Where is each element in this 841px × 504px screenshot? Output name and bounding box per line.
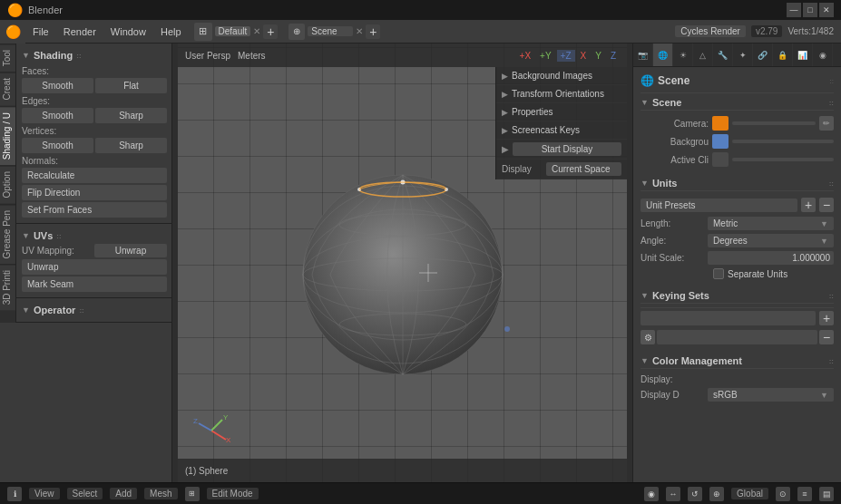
uv-mapping-dropdown[interactable]: Unwrap xyxy=(94,244,167,257)
unit-preset-remove-button[interactable]: − xyxy=(819,198,834,212)
viewport[interactable]: User Persp Meters +X +Y +Z X Y Z xyxy=(178,44,627,482)
right-tab-particles[interactable]: ✦ xyxy=(733,44,753,67)
camera-value[interactable] xyxy=(732,121,816,125)
status-sphere-icon[interactable]: ◉ xyxy=(644,487,659,501)
uvs-header[interactable]: ▼ UVs :: xyxy=(22,228,167,244)
side-tab-3d-print[interactable]: 3D Printi xyxy=(0,264,15,310)
operator-header[interactable]: ▼ Operator :: xyxy=(22,302,167,318)
background-icon-button[interactable] xyxy=(712,134,729,149)
vertices-smooth-button[interactable]: Smooth xyxy=(22,138,93,153)
side-tab-option[interactable]: Option xyxy=(0,165,15,203)
axis-x-button[interactable]: X xyxy=(577,50,591,62)
right-tab-world[interactable]: ☀ xyxy=(673,44,693,67)
separate-units-checkbox[interactable] xyxy=(713,268,724,279)
edges-smooth-button[interactable]: Smooth xyxy=(22,108,93,123)
mesh-button[interactable]: Mesh xyxy=(144,488,177,499)
scene-icon[interactable]: ⊕ xyxy=(288,24,305,40)
recalculate-button[interactable]: Recalculate xyxy=(22,168,167,183)
display-d-value[interactable]: sRGB ▼ xyxy=(708,388,834,402)
menu-file[interactable]: File xyxy=(25,20,56,44)
status-snap-icon[interactable]: ⊕ xyxy=(709,487,724,501)
status-proportional-icon[interactable]: ⊙ xyxy=(776,487,790,501)
scene-subsection-header[interactable]: ▼ Scene :: xyxy=(641,93,834,111)
status-info-icon[interactable]: ℹ xyxy=(7,487,22,501)
status-extra1-icon[interactable]: ≡ xyxy=(797,487,812,501)
keying-remove-button[interactable]: − xyxy=(819,330,834,344)
right-tab-constraints[interactable]: 🔒 xyxy=(773,44,793,67)
unit-preset-add-button[interactable]: + xyxy=(801,198,816,212)
edges-sharp-button[interactable]: Sharp xyxy=(95,108,167,123)
right-tab-scene[interactable]: 🌐 xyxy=(653,44,673,67)
axis-z-pos-button[interactable]: +Z xyxy=(557,50,575,62)
minimize-button[interactable]: — xyxy=(787,3,801,17)
right-tab-camera[interactable]: 📷 xyxy=(633,44,653,67)
workspace-icon[interactable]: ⊞ xyxy=(194,23,212,41)
side-tab-tool[interactable]: Tool xyxy=(0,44,15,72)
side-tab-shading[interactable]: Shading / U xyxy=(0,106,15,165)
background-images-item[interactable]: ▶ Background Images xyxy=(496,67,627,85)
active-clip-icon[interactable] xyxy=(712,152,729,167)
workspace-add-button[interactable]: + xyxy=(263,24,278,39)
length-value[interactable]: Metric ▼ xyxy=(708,217,834,230)
faces-smooth-button[interactable]: Smooth xyxy=(22,78,93,93)
blender-logo[interactable]: 🟠 xyxy=(0,20,25,44)
transform-orientations-item[interactable]: ▶ Transform Orientations xyxy=(496,85,627,103)
axis-x-pos-button[interactable]: +X xyxy=(516,50,535,62)
screencast-keys-item[interactable]: ▶ Screencast Keys xyxy=(496,121,627,140)
status-extra2-icon[interactable]: ▤ xyxy=(819,487,834,501)
axis-z-button[interactable]: Z xyxy=(607,50,620,62)
menu-help[interactable]: Help xyxy=(153,20,189,44)
set-from-faces-button[interactable]: Set From Faces xyxy=(22,202,167,218)
unit-scale-input[interactable]: 1.000000 xyxy=(708,251,834,265)
faces-flat-button[interactable]: Flat xyxy=(95,78,167,93)
maximize-button[interactable]: □ xyxy=(803,3,817,17)
select-button[interactable]: Select xyxy=(67,488,103,499)
properties-item[interactable]: ▶ Properties xyxy=(496,103,627,121)
right-tab-modifiers[interactable]: 🔧 xyxy=(713,44,733,67)
camera-icon-button[interactable] xyxy=(712,116,729,131)
status-mode-icon[interactable]: ⊞ xyxy=(185,487,200,501)
right-tab-data[interactable]: 📊 xyxy=(793,44,813,67)
flip-direction-button[interactable]: Flip Direction xyxy=(22,185,167,200)
axis-y-pos-button[interactable]: +Y xyxy=(536,50,555,62)
color-management-header[interactable]: ▼ Color Management :: xyxy=(641,352,834,369)
right-tab-material[interactable]: ◉ xyxy=(813,44,833,67)
keying-settings-icon[interactable]: ⚙ xyxy=(641,330,655,344)
side-tab-grease-pen[interactable]: Grease Pen xyxy=(0,204,15,264)
vertices-sharp-button[interactable]: Sharp xyxy=(95,138,167,153)
current-space-button[interactable]: Current Space xyxy=(546,162,621,176)
start-display-play-icon[interactable]: ▶ xyxy=(502,144,509,154)
units-section-header[interactable]: ▼ Units :: xyxy=(641,174,834,191)
unwrap-button[interactable]: Unwrap xyxy=(22,259,167,275)
menu-render[interactable]: Render xyxy=(56,20,103,44)
side-tab-creat[interactable]: Creat xyxy=(0,72,15,105)
add-button[interactable]: Add xyxy=(110,488,137,499)
scene-name[interactable]: Scene xyxy=(308,26,353,36)
global-button[interactable]: Global xyxy=(731,488,768,499)
right-tab-object[interactable]: △ xyxy=(693,44,713,67)
close-button[interactable]: ✕ xyxy=(819,3,834,17)
shading-header[interactable]: ▼ Shading :: xyxy=(22,47,167,63)
keying-add-button[interactable]: + xyxy=(819,311,834,325)
scene-add-button[interactable]: + xyxy=(366,24,380,39)
start-display-button[interactable]: Start Display xyxy=(513,142,621,156)
menu-window[interactable]: Window xyxy=(103,20,153,44)
render-engine-select[interactable]: Cycles Render xyxy=(675,25,746,37)
keying-sets-header[interactable]: ▼ Keying Sets :: xyxy=(641,286,834,304)
workspace-default-tab[interactable]: Default xyxy=(215,26,251,36)
mode-button[interactable]: Edit Mode xyxy=(207,488,259,499)
active-clip-value[interactable] xyxy=(732,158,834,161)
sphere-svg xyxy=(285,157,521,393)
view-button[interactable]: View xyxy=(29,488,60,499)
mark-seam-button[interactable]: Mark Seam xyxy=(22,276,167,292)
camera-edit-button[interactable]: ✏ xyxy=(819,116,834,131)
workspace-tab-close[interactable]: ✕ xyxy=(253,26,260,36)
right-tab-physics[interactable]: 🔗 xyxy=(753,44,773,67)
status-rotate-icon[interactable]: ↺ xyxy=(688,487,702,501)
status-transform-icon[interactable]: ↔ xyxy=(666,487,680,501)
axis-y-button[interactable]: Y xyxy=(592,50,605,62)
unit-presets-button[interactable]: Unit Presets xyxy=(641,199,797,212)
scene-close[interactable]: ✕ xyxy=(356,26,363,36)
angle-value[interactable]: Degrees ▼ xyxy=(708,234,834,247)
background-value[interactable] xyxy=(732,140,834,143)
